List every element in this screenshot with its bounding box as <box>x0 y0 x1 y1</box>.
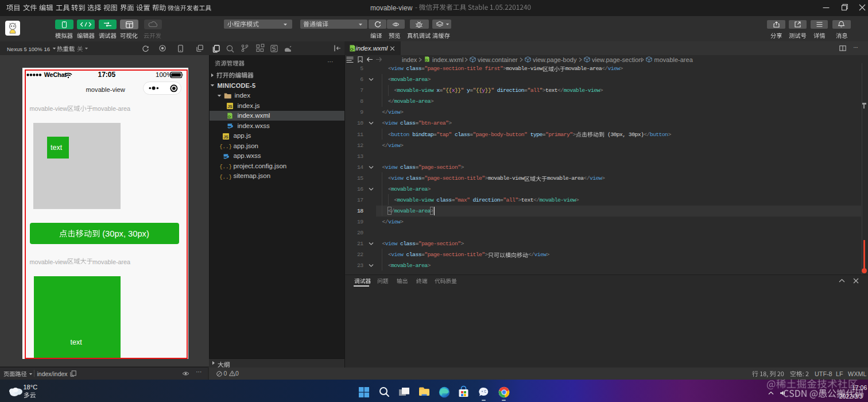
svg-text:{..}: {..} <box>219 175 232 180</box>
svg-text:{..}: {..} <box>219 144 232 150</box>
svg-text:JS: JS <box>227 105 232 109</box>
svg-text:JS: JS <box>223 134 228 138</box>
svg-text:{..}: {..} <box>219 164 232 170</box>
